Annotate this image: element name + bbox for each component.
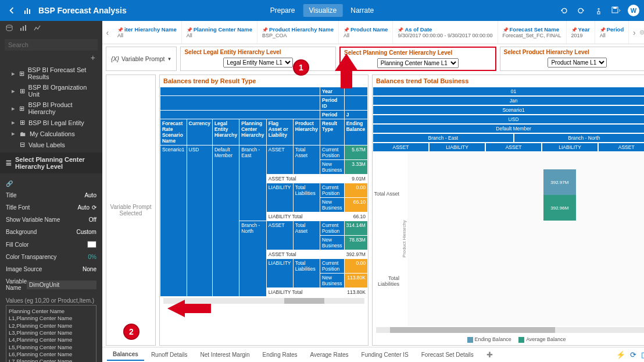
tab-narrate[interactable]: Narrate	[345, 4, 380, 17]
tree-item-forecast[interactable]: ▸⊞BSP BI Forecast Set Results	[0, 65, 102, 82]
axis-label: Total Asset	[373, 191, 399, 197]
project-type-icon	[21, 3, 35, 17]
filter-year[interactable]: 📌Year2019	[567, 21, 595, 44]
filter-scroll-right[interactable]: ›	[629, 21, 639, 44]
prop-fillcolor[interactable]	[87, 241, 96, 248]
filter-period[interactable]: 📌PeriodAll	[595, 21, 629, 44]
bar-average: 392.96M	[543, 195, 576, 221]
prop-background[interactable]: Custom	[77, 229, 96, 235]
variable-name-input[interactable]	[27, 281, 96, 289]
tree-item-mycalc[interactable]: ▸🖿My Calculations	[0, 128, 102, 139]
variable-prompt-viz[interactable]: Variable Prompt Selected	[106, 74, 156, 346]
horizontal-scrollbar-2[interactable]	[376, 327, 644, 333]
bar-ending: 392.97M	[543, 169, 576, 195]
svg-rect-9	[25, 25, 26, 31]
data-panel-icon[interactable]	[6, 24, 13, 33]
prop-imgsrc[interactable]: None	[83, 266, 96, 272]
axis-label: Total Liabilities	[373, 275, 399, 287]
svg-point-6	[6, 25, 12, 27]
value-labels-icon: ⊟	[20, 141, 25, 148]
svg-rect-3	[598, 12, 600, 14]
svg-rect-2	[29, 9, 30, 14]
annotation-2-arrow-shape	[167, 297, 214, 320]
link-icon[interactable]: 🔗	[6, 178, 96, 189]
filter-forecastset[interactable]: 📌Forecast Set NameForecast_Set_FC, FINAL	[498, 21, 567, 44]
filter-settings-icon[interactable]: ⊚	[639, 29, 644, 36]
pivot-table[interactable]: Year Period ID PeriodJ Forecast Rate Sce…	[160, 87, 368, 297]
tab-ending-rates[interactable]: Ending Rates	[257, 349, 303, 360]
legal-entity-level-select[interactable]: Legal Entity Name L1	[223, 58, 293, 68]
autoviz-icon[interactable]: ⚡	[616, 350, 625, 359]
dataset-icon: ⊞	[20, 119, 25, 126]
values-textbox[interactable]: Planning Center Name L1,Planning Center …	[6, 305, 96, 362]
prop-showvar[interactable]: Off	[89, 217, 96, 223]
refresh-icon: ⟳	[92, 204, 96, 211]
toggle-grammar-icon[interactable]: ▯	[641, 350, 644, 359]
variable-prompt-dropdown[interactable]: {X} Variable Prompt ▼	[106, 47, 177, 71]
prop-title[interactable]: Auto	[84, 192, 96, 198]
add-canvas-button[interactable]: ✚	[481, 348, 499, 361]
panel3-title: Balances trend Total Business	[373, 75, 644, 87]
prop-titlefont[interactable]: Auto ⟳	[77, 204, 96, 211]
top-header: BSP Forecast Analysis Prepare Visualize …	[0, 0, 644, 21]
svg-rect-7	[20, 28, 22, 31]
filter-product-name[interactable]: 📌Product NameAll	[339, 21, 393, 44]
analytics-panel-icon[interactable]	[34, 24, 41, 33]
redo-icon[interactable]	[575, 5, 587, 16]
y-axis-title: Product Hierarchy	[402, 152, 407, 326]
dataset-icon: ⊞	[20, 87, 25, 95]
values-label: Values (eg 10,20 or Product,Item.)	[6, 297, 96, 304]
tree-item-valuelabels[interactable]: ⊟Value Labels	[0, 139, 102, 150]
tab-visualize[interactable]: Visualize	[303, 4, 342, 17]
tree-item-legal[interactable]: ▸⊞BSP BI Legal Entity	[0, 117, 102, 128]
dataset-icon: ⊞	[19, 70, 24, 77]
settings-icon: ☰	[6, 159, 12, 167]
search-input[interactable]	[5, 39, 98, 51]
tab-nim[interactable]: Net Interest Margin	[195, 349, 256, 360]
share-icon[interactable]	[593, 5, 604, 16]
tree-item-orgunit[interactable]: ▸⊞BSP BI Organization Unit	[0, 82, 102, 100]
workbook-title: BSP Forecast Analysis	[38, 6, 127, 15]
svg-rect-5	[613, 7, 617, 9]
mode-tabs: Prepare Visualize Narrate	[264, 4, 380, 17]
balances-total-business-panel[interactable]: Balances trend Total Business 01 Jan Sce…	[372, 74, 644, 346]
tab-balances[interactable]: Balances	[107, 349, 144, 361]
planning-center-level-select[interactable]: Planning Center Name L1	[377, 58, 459, 68]
chevron-down-icon: ▼	[167, 56, 172, 62]
add-data-button[interactable]: +	[0, 53, 102, 62]
product-level-select[interactable]: Product Name L1	[548, 58, 607, 68]
save-menu-icon[interactable]	[610, 5, 622, 16]
data-tree: ▸⊞BSP BI Forecast Set Results ▸⊞BSP BI O…	[0, 62, 102, 152]
annotation-2-badge: 2	[123, 324, 139, 340]
filter-scroll-left[interactable]: ‹	[102, 21, 113, 44]
filter-hierarchy-name[interactable]: 📌iter Hierarchy NameAll	[113, 21, 182, 44]
left-panel: + ▸⊞BSP BI Forecast Set Results ▸⊞BSP BI…	[0, 21, 102, 362]
tab-avg-rates[interactable]: Average Rates	[305, 349, 355, 360]
bottom-tab-bar: Balances Runoff Details Net Interest Mar…	[102, 347, 644, 362]
chart-legend: Ending Balance Average Balance	[373, 334, 644, 345]
dataset-icon: ⊞	[19, 105, 24, 112]
tab-funding[interactable]: Funding Center IS	[356, 349, 414, 360]
refresh-canvas-icon[interactable]: ⟳	[630, 350, 636, 359]
filter-asofdate[interactable]: 📌As of Date9/30/2017 00:00:00 - 9/30/201…	[393, 21, 498, 44]
tab-prepare[interactable]: Prepare	[264, 4, 301, 17]
bar-chart: 392.97M 392.96M	[407, 152, 644, 326]
tree-item-product[interactable]: ▸⊞BSP BI Product Hierarchy	[0, 100, 102, 117]
tab-forecast-details[interactable]: Forecast Set Details	[416, 349, 480, 360]
undo-icon[interactable]	[558, 5, 570, 16]
filter-product-hierarchy[interactable]: 📌Product Hierarchy NameBSP_COA	[257, 21, 339, 44]
svg-marker-11	[167, 300, 211, 317]
prop-transparency[interactable]: 0%	[88, 254, 96, 260]
properties-header: ☰ Select Planning Center Hierarchy Level	[0, 152, 102, 173]
product-level-block: Select Product Hierarchy Level Product N…	[500, 47, 644, 71]
filter-bar: ‹ 📌iter Hierarchy NameAll 📌Planning Cent…	[102, 21, 644, 44]
filter-planning-center[interactable]: 📌Planning Center NameAll	[182, 21, 257, 44]
svg-rect-8	[23, 26, 24, 31]
tab-runoff[interactable]: Runoff Details	[145, 349, 194, 360]
svg-rect-1	[27, 8, 28, 14]
user-avatar[interactable]: W	[628, 5, 639, 16]
folder-icon: 🖿	[20, 130, 26, 137]
back-button[interactable]	[5, 3, 19, 17]
viz-panel-icon[interactable]	[20, 24, 27, 33]
svg-rect-0	[24, 10, 26, 14]
